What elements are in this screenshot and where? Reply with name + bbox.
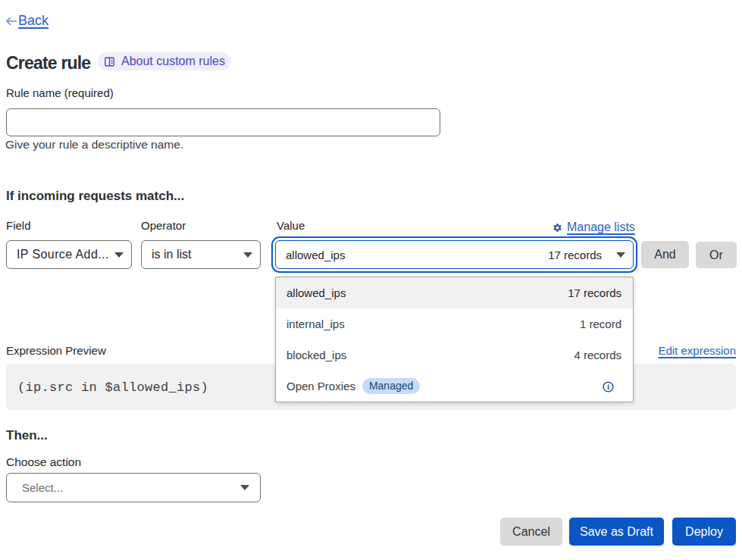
svg-text:i: i xyxy=(607,382,609,391)
